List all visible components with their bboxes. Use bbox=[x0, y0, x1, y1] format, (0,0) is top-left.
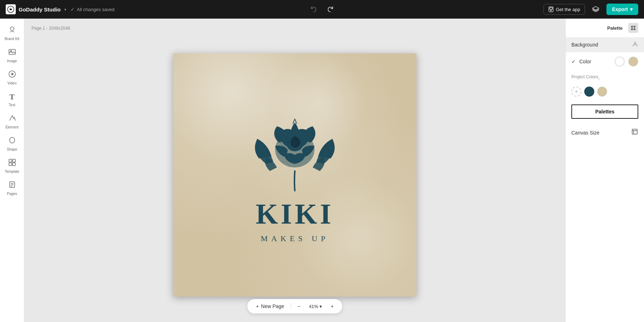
canvas-wrapper: KIKI MAKES UP bbox=[31, 35, 558, 315]
color-row: ✓ Color bbox=[566, 52, 644, 71]
new-page-button[interactable]: + New Page bbox=[254, 302, 286, 311]
right-panel: Palette Background ✓ bbox=[565, 19, 644, 322]
main-area: Brand Kit Image Video T Tex bbox=[0, 19, 644, 322]
project-color-beige[interactable] bbox=[597, 87, 607, 97]
rose-illustration bbox=[248, 107, 341, 192]
saved-indicator: ✓ All changes saved bbox=[70, 6, 115, 12]
zoom-plus-icon: + bbox=[331, 303, 333, 309]
saved-status-text: All changes saved bbox=[77, 7, 115, 12]
canvas-size-row: Canvas Size bbox=[566, 123, 644, 142]
svg-rect-23 bbox=[631, 26, 633, 28]
sidebar-shape-label: Shape bbox=[7, 147, 17, 151]
image-icon bbox=[8, 48, 16, 58]
project-color-teal[interactable] bbox=[584, 87, 594, 97]
new-page-label: New Page bbox=[261, 303, 284, 309]
sidebar-brand-kit-label: Brand Kit bbox=[5, 37, 19, 41]
canvas-size-icon[interactable] bbox=[631, 128, 638, 137]
text-icon: T bbox=[9, 92, 15, 102]
color-beige-swatch[interactable] bbox=[628, 57, 638, 67]
layers-button[interactable] bbox=[589, 3, 602, 16]
sidebar-item-template[interactable]: Template bbox=[2, 156, 23, 176]
svg-rect-11 bbox=[9, 163, 12, 166]
video-icon bbox=[8, 70, 16, 80]
sidebar-item-shape[interactable]: Shape bbox=[2, 133, 23, 154]
zoom-plus-button[interactable]: + bbox=[328, 302, 336, 311]
sidebar-template-label: Template bbox=[5, 170, 19, 174]
zoom-chevron-icon: ▾ bbox=[319, 304, 322, 309]
color-check-icon: ✓ bbox=[571, 59, 576, 64]
zoom-display[interactable]: 41% ▾ bbox=[307, 302, 324, 311]
export-button[interactable]: Export ▾ bbox=[606, 4, 638, 15]
page-label: Page 1 - 2048x2048 bbox=[31, 26, 70, 31]
svg-point-4 bbox=[10, 27, 14, 30]
svg-rect-24 bbox=[634, 26, 635, 28]
canvas-content: KIKI MAKES UP bbox=[173, 53, 416, 297]
new-page-icon: + bbox=[256, 303, 259, 309]
project-colors-section: Project Colors › + bbox=[566, 71, 644, 100]
svg-rect-12 bbox=[13, 163, 15, 166]
saved-check-icon: ✓ bbox=[70, 6, 75, 12]
design-canvas[interactable]: KIKI MAKES UP bbox=[173, 53, 416, 297]
sidebar-text-label: Text bbox=[9, 103, 15, 107]
logo-text: GoDaddy Studio bbox=[19, 6, 61, 13]
export-chevron-icon: ▾ bbox=[630, 6, 633, 12]
svg-rect-2 bbox=[550, 8, 552, 9]
get-app-button[interactable]: Get the app bbox=[543, 4, 585, 15]
panel-tab-row: Palette bbox=[566, 19, 644, 37]
svg-marker-8 bbox=[11, 73, 14, 75]
element-icon bbox=[8, 114, 16, 124]
topbar-right: Get the app Export ▾ bbox=[543, 3, 638, 16]
svg-rect-25 bbox=[631, 28, 633, 30]
project-colors-row: + bbox=[571, 87, 638, 97]
sidebar-item-element[interactable]: Element bbox=[2, 111, 23, 132]
canvas-size-label: Canvas Size bbox=[571, 130, 600, 136]
svg-rect-10 bbox=[13, 159, 15, 162]
brand-kit-icon bbox=[8, 26, 16, 35]
bottom-bar: + New Page − 41% ▾ + bbox=[247, 299, 342, 313]
svg-rect-27 bbox=[632, 129, 637, 134]
sidebar-element-label: Element bbox=[5, 125, 19, 129]
svg-rect-26 bbox=[634, 28, 635, 30]
export-label: Export bbox=[612, 6, 628, 12]
bottom-divider bbox=[291, 303, 291, 310]
sidebar-video-label: Video bbox=[8, 81, 16, 85]
undo-button[interactable] bbox=[308, 4, 319, 15]
topbar: GoDaddy Studio ▾ ✓ All changes saved bbox=[0, 0, 644, 19]
background-erase-icon[interactable] bbox=[632, 41, 638, 49]
color-empty-swatch[interactable] bbox=[615, 57, 625, 67]
rose-container: KIKI MAKES UP bbox=[248, 107, 341, 243]
logo-chevron-icon: ▾ bbox=[64, 8, 66, 11]
left-sidebar: Brand Kit Image Video T Tex bbox=[0, 19, 24, 322]
pages-icon bbox=[8, 181, 16, 190]
color-label: Color bbox=[579, 59, 611, 64]
sidebar-image-label: Image bbox=[7, 59, 17, 63]
expand-arrow-icon[interactable]: › bbox=[598, 76, 600, 82]
topbar-center bbox=[308, 4, 336, 15]
logo-area[interactable]: GoDaddy Studio ▾ bbox=[6, 4, 66, 14]
palette-tab[interactable]: Palette bbox=[604, 24, 625, 32]
palettes-button[interactable]: Palettes bbox=[571, 104, 638, 119]
svg-point-3 bbox=[550, 10, 551, 11]
palette-grid-icon-btn[interactable] bbox=[628, 23, 638, 33]
sidebar-item-pages[interactable]: Pages bbox=[2, 178, 23, 199]
zoom-level-text: 41% bbox=[309, 304, 318, 309]
background-label: Background bbox=[571, 42, 598, 48]
sidebar-item-image[interactable]: Image bbox=[2, 45, 23, 66]
topbar-left: GoDaddy Studio ▾ ✓ All changes saved bbox=[6, 4, 114, 14]
sidebar-item-text[interactable]: T Text bbox=[2, 89, 23, 110]
shape-icon bbox=[8, 136, 16, 146]
zoom-minus-button[interactable]: − bbox=[295, 302, 302, 311]
zoom-minus-icon: − bbox=[297, 303, 300, 309]
get-app-label: Get the app bbox=[556, 7, 580, 12]
background-row[interactable]: Background bbox=[566, 37, 644, 52]
svg-rect-9 bbox=[9, 159, 12, 162]
redo-button[interactable] bbox=[325, 4, 336, 15]
sidebar-pages-label: Pages bbox=[7, 192, 17, 196]
sidebar-item-video[interactable]: Video bbox=[2, 67, 23, 88]
title-kiki: KIKI bbox=[256, 200, 334, 228]
svg-rect-5 bbox=[9, 49, 15, 54]
template-icon bbox=[8, 158, 16, 168]
add-color-button[interactable]: + bbox=[571, 87, 581, 97]
canvas-area: Page 1 - 2048x2048 bbox=[24, 19, 565, 322]
sidebar-item-brand-kit[interactable]: Brand Kit bbox=[2, 23, 23, 44]
